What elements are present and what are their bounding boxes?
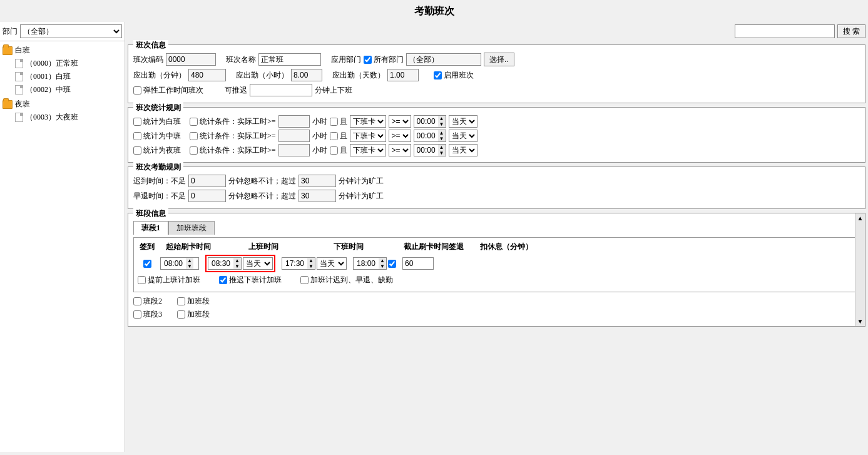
stat-day-hours-input[interactable] xyxy=(278,115,310,128)
stat-night-day-checkbox[interactable] xyxy=(330,146,338,155)
dept-select[interactable]: （全部） xyxy=(20,24,122,38)
early-overtime-checkbox[interactable] xyxy=(138,276,146,284)
shift-info-row3: 弹性工作时间班次 可推迟 分钟上下班 xyxy=(133,84,860,96)
stat-night-up-arrow[interactable]: ▲ xyxy=(438,145,446,150)
doc-icon-0003 xyxy=(15,113,23,122)
tree-item-0002[interactable]: （0002）中班 xyxy=(0,83,125,96)
end-swipe-input[interactable] xyxy=(354,258,379,269)
dept-select-button[interactable]: 选择.. xyxy=(484,53,514,66)
search-input[interactable] xyxy=(735,24,835,38)
stat-day-down-arrow[interactable]: ▼ xyxy=(438,121,446,127)
attend-hour-input[interactable] xyxy=(291,69,322,81)
start-swipe-down[interactable]: ▼ xyxy=(186,263,193,269)
stat-mid-cond-checkbox[interactable] xyxy=(190,132,198,140)
dept-value-input[interactable] xyxy=(406,53,481,66)
stat-night-checkbox[interactable] xyxy=(133,146,141,155)
band2-text: 班段2 xyxy=(143,296,162,307)
stat-night-hours-input[interactable] xyxy=(278,144,310,156)
workend-day-select[interactable]: 当天次日 xyxy=(317,257,347,270)
stat-rules-section: 班次统计规则 统计为白班 统计条件：实际工时>= 小时 且 下班卡 xyxy=(128,107,865,163)
scroll-up-arrow[interactable]: ▲ xyxy=(857,213,864,223)
search-button[interactable]: 搜 索 xyxy=(837,24,865,38)
tree-group-day-header[interactable]: 白班 xyxy=(0,44,125,57)
delay-input[interactable] xyxy=(250,84,312,96)
stat-night-card-select[interactable]: 下班卡上班卡 xyxy=(350,144,386,156)
band2-checkbox[interactable] xyxy=(133,297,141,305)
band-tab-1[interactable]: 班段1 xyxy=(133,221,168,235)
shift-info-section: 班次信息 班次编码 班次名称 应用部门 所有部门 选择.. 应出勤（分钟） 应出… xyxy=(128,44,865,103)
overtime-penalty-text: 加班计迟到、早退、缺勤 xyxy=(310,275,393,285)
signout-checkbox[interactable] xyxy=(388,260,396,268)
stat-day-checkbox[interactable] xyxy=(133,118,141,126)
stat-day-time-input[interactable] xyxy=(414,116,438,127)
start-swipe-input[interactable] xyxy=(161,258,186,269)
all-dept-checkbox[interactable] xyxy=(364,56,372,64)
scroll-down-arrow[interactable]: ▼ xyxy=(857,317,864,326)
stat-mid-up-arrow[interactable]: ▲ xyxy=(438,130,446,136)
workstart-input[interactable] xyxy=(208,258,233,269)
stat-mid-hours-input[interactable] xyxy=(278,130,310,142)
band3-overtime-checkbox-label: 加班段 xyxy=(177,309,210,320)
band3-checkbox[interactable] xyxy=(133,310,141,319)
shift-info-title: 班次信息 xyxy=(133,40,168,51)
stat-mid-checkbox[interactable] xyxy=(133,132,141,140)
stat-day-day-select[interactable]: 当天次日 xyxy=(449,115,477,128)
stat-mid-cond-checkbox-label: 统计条件：实际工时>= xyxy=(190,131,276,141)
scrollbar[interactable]: ▲ ▼ xyxy=(855,213,865,326)
stat-day-op-select[interactable]: >=<== xyxy=(389,115,411,128)
enable-checkbox[interactable] xyxy=(434,71,442,79)
attend-day-input[interactable] xyxy=(387,69,419,81)
stat-mid-day-select[interactable]: 当天次日 xyxy=(449,130,477,142)
stat-night-down-arrow[interactable]: ▼ xyxy=(438,150,446,156)
stat-mid-time-input[interactable] xyxy=(414,130,438,141)
tree-item-0001[interactable]: （0001）白班 xyxy=(0,70,125,83)
stat-night-day-select[interactable]: 当天次日 xyxy=(449,144,477,156)
workstart-up[interactable]: ▲ xyxy=(233,258,241,263)
band2-overtime-checkbox[interactable] xyxy=(177,297,185,305)
flexible-checkbox[interactable] xyxy=(133,86,141,95)
end-swipe-down[interactable]: ▼ xyxy=(379,263,386,269)
stat-night-spinner-arrows: ▲ ▼ xyxy=(438,145,446,156)
name-input[interactable] xyxy=(258,53,321,66)
signin-checkbox[interactable] xyxy=(143,260,151,268)
stat-mid-card-select[interactable]: 下班卡上班卡 xyxy=(350,130,386,142)
stat-day-card-select[interactable]: 下班卡上班卡 xyxy=(350,115,386,128)
stat-mid-day-checkbox[interactable] xyxy=(330,132,338,140)
stat-day-cond-checkbox[interactable] xyxy=(190,118,198,126)
early-over-input[interactable] xyxy=(299,190,336,202)
workend-down[interactable]: ▼ xyxy=(307,263,315,269)
tree-group-night-header[interactable]: 夜班 xyxy=(0,98,125,111)
stat-night-op-select[interactable]: >=<== xyxy=(389,144,411,156)
tree-item-0003[interactable]: （0003）大夜班 xyxy=(0,111,125,124)
early-input[interactable] xyxy=(188,190,226,202)
start-swipe-up[interactable]: ▲ xyxy=(186,258,193,263)
tree-item-0000[interactable]: （0000）正常班 xyxy=(0,57,125,70)
stat-mid-op-select[interactable]: >=<== xyxy=(389,130,411,142)
deduct-input[interactable] xyxy=(402,257,434,270)
overtime-penalty-checkbox[interactable] xyxy=(300,276,309,284)
late-input[interactable] xyxy=(188,175,226,187)
band-info-section: 班段信息 班段1 加班班段 签到 起始刷卡时间 上班时间 下班时间 截止刷卡时间… xyxy=(128,213,865,327)
stat-night-text: 统计为夜班 xyxy=(143,145,181,156)
code-input[interactable] xyxy=(166,53,216,66)
late-over-input[interactable] xyxy=(299,175,336,187)
stat-day-up-arrow[interactable]: ▲ xyxy=(438,116,446,121)
band3-overtime-checkbox[interactable] xyxy=(177,310,185,319)
workend-input[interactable] xyxy=(282,258,307,269)
stat-mid-down-arrow[interactable]: ▼ xyxy=(438,136,446,141)
end-swipe-up[interactable]: ▲ xyxy=(379,258,386,263)
delay-overtime-checkbox[interactable] xyxy=(219,276,227,284)
tree-item-0003-label: （0003）大夜班 xyxy=(26,112,78,123)
band-tab-overtime[interactable]: 加班班段 xyxy=(168,221,215,235)
workend-up[interactable]: ▲ xyxy=(307,258,315,263)
stat-night-cond-checkbox[interactable] xyxy=(190,146,198,155)
top-bar: 搜 索 xyxy=(128,24,865,38)
band2-overtime-text: 加班段 xyxy=(187,296,210,307)
stat-night-cond-text: 统计条件：实际工时>= xyxy=(200,145,276,156)
late-over-unit: 分钟计为旷工 xyxy=(339,176,384,187)
attend-min-input[interactable] xyxy=(188,69,226,81)
workstart-day-select[interactable]: 当天次日 xyxy=(243,257,273,270)
workstart-down[interactable]: ▼ xyxy=(233,263,241,269)
stat-day-day-checkbox[interactable] xyxy=(330,118,338,126)
stat-night-time-input[interactable] xyxy=(414,145,438,156)
